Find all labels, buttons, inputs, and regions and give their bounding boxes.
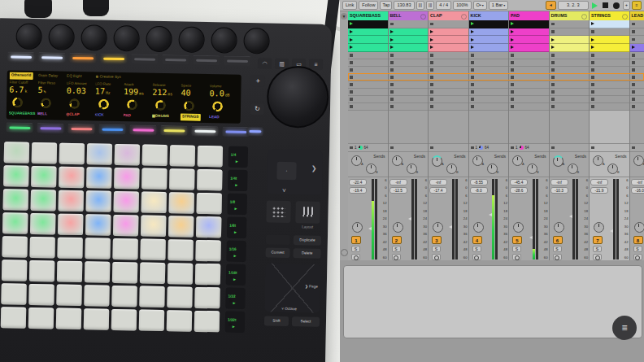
pad[interactable]: [87, 143, 112, 165]
empty-clip-slot[interactable]: [550, 52, 590, 59]
pad[interactable]: [142, 145, 168, 167]
page-octave-nav[interactable]: ❯ Page ˅ Octave: [264, 263, 320, 312]
pad[interactable]: [28, 307, 54, 329]
master-encoder[interactable]: [267, 65, 329, 128]
track-activator-button[interactable]: 4: [472, 236, 482, 244]
pad[interactable]: [195, 264, 220, 286]
pad[interactable]: [1, 307, 26, 329]
clip-slot[interactable]: [348, 36, 388, 44]
quantize-menu[interactable]: 1 Bar▾: [489, 1, 508, 10]
pad[interactable]: [141, 216, 166, 238]
empty-clip-slot[interactable]: [389, 96, 429, 103]
fixed-length-button[interactable]: [266, 234, 290, 245]
track-status-field[interactable]: [630, 143, 644, 152]
session-mode-button[interactable]: [295, 201, 320, 224]
empty-clip-slot[interactable]: [389, 103, 429, 111]
empty-clip-slot[interactable]: [429, 74, 468, 81]
repeat-rate-button[interactable]: 1/32t▶: [225, 312, 245, 333]
clip-slot[interactable]: [348, 44, 388, 52]
headphones-icon[interactable]: ◠: [258, 58, 272, 68]
refresh-button[interactable]: ↻: [250, 103, 264, 115]
pad[interactable]: [3, 189, 28, 211]
empty-clip-slot[interactable]: [550, 89, 590, 96]
shift-button[interactable]: Shift: [264, 316, 289, 326]
empty-clip-slot[interactable]: [590, 96, 629, 103]
pad[interactable]: [139, 286, 164, 308]
track-activator-button[interactable]: 3: [432, 236, 442, 244]
peak-level-field[interactable]: -inf: [429, 179, 447, 185]
empty-clip-slot[interactable]: [509, 81, 549, 89]
peak-level-field[interactable]: -inf: [550, 179, 568, 185]
empty-clip-slot[interactable]: [509, 89, 549, 96]
empty-clip-slot[interactable]: [590, 74, 629, 81]
pad[interactable]: [59, 190, 84, 212]
empty-clip-slot[interactable]: [630, 96, 644, 103]
pad[interactable]: [169, 168, 194, 190]
clip-stop-button[interactable]: [350, 146, 353, 150]
encoder-knob[interactable]: [15, 24, 42, 50]
solo-button[interactable]: S: [392, 246, 401, 252]
clip-slot[interactable]: [469, 28, 509, 37]
dpad-down-arrow[interactable]: ˅: [282, 187, 286, 194]
pan-knob[interactable]: [393, 222, 403, 233]
clip-slot[interactable]: [429, 44, 468, 52]
empty-clip-slot[interactable]: [630, 89, 644, 96]
solo-button[interactable]: S: [593, 246, 602, 252]
pad[interactable]: [58, 214, 83, 236]
clip-slot[interactable]: [389, 44, 429, 52]
fold-arrow-icon[interactable]: ▼: [341, 13, 347, 20]
select-button[interactable]: Select: [292, 316, 320, 327]
pan-knob[interactable]: [594, 222, 604, 233]
arm-record-button[interactable]: [351, 254, 360, 260]
arm-record-button[interactable]: [392, 254, 401, 260]
pad[interactable]: [169, 192, 194, 214]
add-track-button[interactable]: +: [251, 75, 265, 86]
peak-level-field[interactable]: -20.4: [349, 179, 367, 185]
clip-slot[interactable]: [469, 36, 509, 44]
stop-button[interactable]: [603, 2, 608, 8]
record-button[interactable]: [613, 2, 620, 9]
pad[interactable]: [1, 283, 26, 305]
pad[interactable]: [2, 212, 28, 234]
pad[interactable]: [85, 214, 111, 236]
solo-button[interactable]: S: [432, 246, 441, 252]
track-header[interactable]: LEAD: [630, 11, 644, 20]
volume-fader-handle[interactable]: [408, 217, 411, 220]
peak-level-field[interactable]: -inf: [389, 179, 407, 185]
pad[interactable]: [196, 193, 221, 215]
empty-clip-slot[interactable]: [550, 96, 590, 103]
menu-icon[interactable]: ≡: [309, 59, 323, 69]
empty-clip-slot[interactable]: [429, 103, 468, 111]
pad[interactable]: [84, 308, 109, 330]
volume-field[interactable]: -17.4: [429, 187, 447, 194]
empty-clip-slot[interactable]: [590, 28, 629, 37]
empty-clip-slot[interactable]: [429, 81, 468, 89]
track-status-field[interactable]: 164: [348, 143, 388, 152]
note-mode-button[interactable]: [266, 201, 291, 224]
volume-field[interactable]: -19.4: [349, 187, 367, 194]
empty-clip-slot[interactable]: [389, 52, 429, 59]
strip-button[interactable]: [98, 124, 125, 135]
volume-field[interactable]: -21.9: [590, 187, 608, 194]
pad[interactable]: [195, 240, 220, 262]
empty-clip-slot[interactable]: [348, 74, 388, 81]
pad[interactable]: [140, 239, 165, 261]
empty-clip-slot[interactable]: [590, 81, 629, 89]
empty-clip-slot[interactable]: [469, 81, 509, 89]
pad[interactable]: [196, 216, 221, 238]
pad[interactable]: [139, 310, 164, 332]
track-activator-button[interactable]: 2: [392, 236, 402, 244]
empty-clip-slot[interactable]: [630, 36, 644, 44]
track-status-field[interactable]: [590, 143, 629, 152]
volume-field[interactable]: -16.0: [631, 187, 644, 194]
strip-button[interactable]: [193, 55, 220, 66]
pan-knob[interactable]: [352, 222, 363, 233]
clip-slot[interactable]: [630, 44, 644, 52]
strip-button[interactable]: [69, 53, 96, 63]
pad[interactable]: [113, 215, 138, 237]
pad[interactable]: [32, 142, 57, 164]
repeat-rate-button[interactable]: 1/4▶: [228, 146, 248, 168]
empty-clip-slot[interactable]: [389, 67, 429, 74]
octave-down-label[interactable]: ˅ Octave: [281, 307, 297, 311]
strip-button[interactable]: [222, 126, 249, 137]
